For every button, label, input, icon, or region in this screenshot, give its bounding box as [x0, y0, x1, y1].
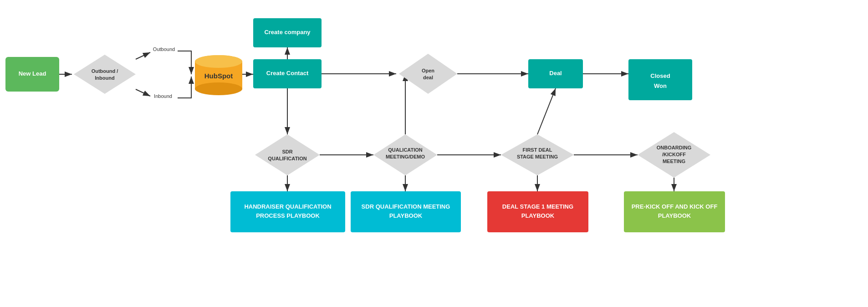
arrow-outbound-hubspot	[178, 51, 191, 74]
qual-meeting-label-2: MEETING/DEMO	[386, 154, 425, 159]
prekickoff-node	[624, 191, 725, 232]
first-deal-label-2: STAGE MEETING	[517, 154, 558, 159]
onboarding-label-3: MEETING	[663, 159, 685, 164]
create-contact-label: Create Contact	[266, 70, 309, 77]
sdr-meeting-node	[351, 191, 461, 232]
arrow-inbound	[136, 89, 150, 96]
prekickoff-label-1: PRE-KICK OFF AND KICK OFF	[632, 203, 718, 210]
sdr-diamond	[255, 134, 320, 175]
handraiser-label-2: PROCESS PLAYBOOK	[256, 212, 320, 219]
arrow-firstdeal-deal	[537, 88, 556, 134]
inbound-label: Inbound	[154, 93, 172, 99]
outbound-inbound-label-2: Inbound	[95, 75, 114, 81]
onboarding-label-2: /KICKOFF	[662, 152, 686, 157]
sdr-meeting-label-1: SDR QUALIFICATION MEETING	[362, 203, 450, 210]
hubspot-top2	[195, 55, 242, 68]
arrow-inbound-hubspot	[178, 77, 191, 98]
new-lead-label: New Lead	[19, 70, 46, 77]
closed-won-label-1: Closed	[650, 72, 670, 79]
hubspot-label: HubSpot	[204, 72, 233, 80]
flowchart: New Lead Outbound / Inbound Outbound Inb…	[0, 0, 868, 307]
sdr-label-2: QUALIFICATION	[268, 156, 306, 161]
outbound-inbound-label-1: Outbound /	[92, 68, 118, 74]
first-deal-label-1: FIRST DEAL	[523, 147, 552, 153]
deal-stage1-node	[487, 191, 588, 232]
handraiser-node	[230, 191, 345, 232]
handraiser-label-1: HANDRAISER QUALIFICATION	[244, 203, 331, 210]
arrow-outbound	[136, 52, 150, 59]
open-deal-label-2: deal	[423, 75, 433, 80]
deal-stage1-label-2: PLAYBOOK	[521, 212, 555, 219]
open-deal-diamond	[399, 54, 457, 94]
deal-stage1-label-1: DEAL STAGE 1 MEETING	[502, 203, 573, 210]
outbound-inbound-diamond	[74, 55, 136, 94]
sdr-meeting-label-2: PLAYBOOK	[389, 212, 423, 219]
open-deal-label-1: Open	[422, 68, 434, 73]
closed-won-label-2: Won	[654, 82, 667, 89]
hubspot-bottom	[195, 82, 242, 95]
onboarding-label-1: ONBOARDING	[657, 145, 691, 150]
closed-won-node	[628, 59, 692, 100]
deal-label: Deal	[549, 70, 562, 77]
outbound-label: Outbound	[153, 46, 175, 52]
qual-meeting-label-1: QUALICATION	[388, 147, 423, 153]
create-company-label: Create company	[264, 29, 311, 36]
prekickoff-label-2: PLAYBOOK	[658, 212, 691, 219]
sdr-label-1: SDR	[282, 149, 292, 154]
